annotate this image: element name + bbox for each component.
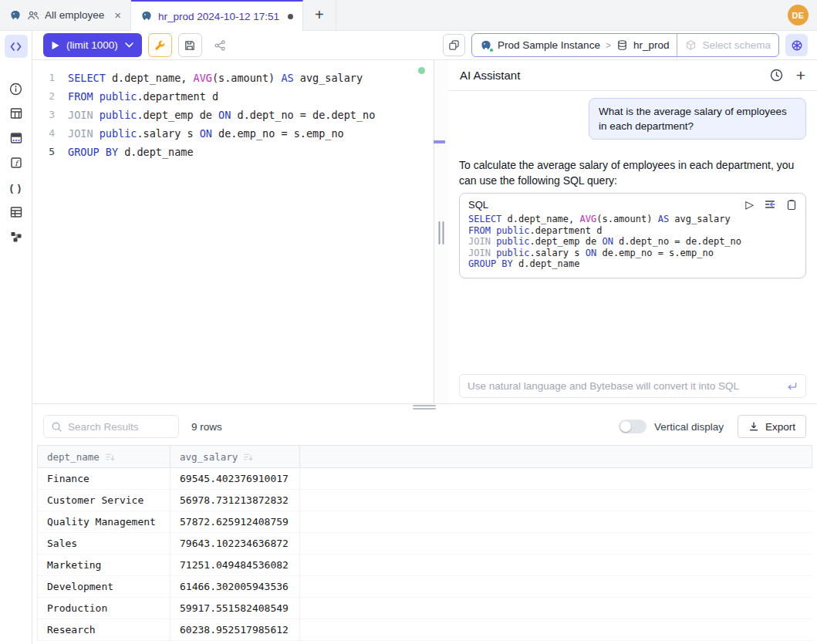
ai-prompt-input[interactable]	[468, 380, 780, 392]
ai-code-line: FROM public.department d	[468, 225, 797, 237]
export-label: Export	[765, 421, 795, 433]
vertical-display-toggle[interactable]	[619, 420, 647, 433]
sidebar-item-info[interactable]	[5, 77, 28, 100]
table-row[interactable]: Sales79643.102234636872	[38, 533, 812, 555]
editor-line[interactable]: 5GROUP BY d.dept_name	[32, 143, 434, 161]
column-label: avg_salary	[180, 451, 238, 463]
horizontal-splitter[interactable]	[32, 403, 817, 410]
toggle-knob	[620, 421, 631, 432]
return-icon[interactable]	[786, 381, 798, 392]
cell-dept-name[interactable]: Customer Service	[38, 490, 170, 511]
editor-line[interactable]: 2FROM public.department d	[32, 87, 434, 106]
cell-dept-name[interactable]: Research	[38, 619, 170, 640]
save-sheet-button[interactable]	[178, 33, 202, 57]
table-row[interactable]: Finance69545.402376910017	[38, 468, 812, 490]
column-header-avg-salary[interactable]: avg_salary	[170, 446, 300, 467]
splitter-handle[interactable]	[413, 405, 436, 410]
cell-avg-salary[interactable]: 60238.952517985612	[170, 619, 300, 640]
run-code-button[interactable]: ▷	[745, 199, 754, 210]
cell-avg-salary[interactable]: 57872.625912408759	[170, 511, 300, 532]
sidebar-item-snippets[interactable]: ( )	[5, 176, 28, 199]
history-button[interactable]	[769, 68, 784, 83]
header-filler	[300, 446, 812, 467]
add-tab-icon: +	[315, 6, 324, 24]
editor-line[interactable]: 1SELECT d.dept_name, AVG(s.amount) AS av…	[32, 69, 434, 87]
line-number: 4	[32, 124, 68, 143]
cell-avg-salary[interactable]: 56978.731213872832	[170, 490, 300, 511]
sidebar-item-sql-editor[interactable]	[5, 35, 28, 58]
body: f ( ) (limit 1000)	[0, 31, 817, 644]
cell-dept-name[interactable]: Marketing	[38, 555, 170, 575]
table-row[interactable]: Customer Service56978.731213872832	[38, 490, 812, 511]
sidebar-item-sample-data[interactable]	[5, 126, 28, 150]
cell-avg-salary[interactable]: 71251.049484536082	[170, 555, 300, 575]
tab-bar: All employee × hr_prod 2024-10-12 17:51 …	[0, 0, 817, 31]
vertical-splitter[interactable]	[434, 60, 448, 403]
search-results-input[interactable]	[68, 421, 171, 433]
close-icon[interactable]: ×	[114, 9, 121, 21]
editor-line[interactable]: 4JOIN public.salary s ON de.emp_no = s.e…	[32, 124, 434, 143]
code-text: SELECT d.dept_name, AVG(s.amount) AS avg…	[68, 69, 363, 87]
info-icon	[8, 82, 23, 96]
sidebar-item-schema-diagram[interactable]	[5, 225, 28, 248]
cell-dept-name[interactable]: Sales	[38, 533, 170, 554]
copy-code-button[interactable]	[786, 199, 797, 211]
cell-dept-name[interactable]: Finance	[38, 468, 170, 489]
new-tab-button[interactable]: +	[303, 0, 336, 30]
table-row[interactable]: Production59917.551582408549	[38, 598, 812, 619]
download-icon	[748, 421, 759, 432]
export-button[interactable]: Export	[738, 415, 806, 438]
format-sql-button[interactable]	[148, 33, 172, 57]
postgres-icon	[9, 9, 22, 22]
ai-code-line: JOIN public.dept_emp de ON d.dept_no = d…	[468, 236, 797, 248]
chevron-down-icon	[125, 42, 133, 48]
instance-database-selector[interactable]: Prod Sample Instance > hr_prod	[472, 34, 677, 56]
vertical-display-label: Vertical display	[654, 421, 724, 433]
cell-avg-salary[interactable]: 69545.402376910017	[170, 468, 300, 489]
cell-avg-salary[interactable]: 59917.551582408549	[170, 598, 300, 619]
column-header-dept-name[interactable]: dept_name	[38, 446, 170, 467]
code-text: JOIN public.dept_emp de ON d.dept_no = d…	[68, 106, 375, 124]
tab-label: hr_prod 2024-10-12 17:51	[158, 11, 279, 22]
schema-selector[interactable]: Select schema	[677, 34, 778, 56]
sidebar-item-tables[interactable]	[5, 102, 28, 125]
table-row[interactable]: Development61466.302005943536	[38, 576, 812, 598]
cell-avg-salary[interactable]: 61466.302005943536	[170, 576, 300, 597]
avatar[interactable]: DE	[788, 5, 809, 25]
connection-breadcrumb: Prod Sample Instance > hr_prod Select sc…	[471, 33, 779, 57]
ai-code-lines[interactable]: SELECT d.dept_name, AVG(s.amount) AS avg…	[460, 211, 805, 278]
new-chat-button[interactable]: +	[796, 67, 805, 83]
sidebar-item-sheets[interactable]	[5, 201, 28, 224]
table-row[interactable]: Marketing71251.049484536082	[38, 555, 812, 576]
editor-status-dot	[418, 67, 425, 74]
line-number: 3	[32, 106, 68, 124]
share-button[interactable]	[208, 33, 232, 57]
ai-panel-title: AI Assistant	[460, 69, 757, 82]
run-query-button[interactable]: (limit 1000)	[43, 33, 142, 57]
line-number: 1	[32, 69, 68, 87]
sheet-icon	[9, 205, 23, 219]
sort-icon	[243, 452, 253, 462]
sql-editor-pane[interactable]: 1SELECT d.dept_name, AVG(s.amount) AS av…	[32, 60, 434, 403]
cell-dept-name[interactable]: Production	[38, 598, 170, 619]
results-table: dept_name avg_salary Finance69545.402376…	[37, 445, 812, 641]
editor-line[interactable]: 3JOIN public.dept_emp de ON d.dept_no = …	[32, 106, 434, 124]
table-row[interactable]: Quality Management57872.625912408759	[38, 511, 812, 533]
insert-into-editor-button[interactable]	[764, 198, 776, 211]
parentheses-icon: ( )	[10, 182, 22, 194]
tab-all-employee[interactable]: All employee ×	[0, 0, 131, 30]
cell-dept-name[interactable]: Development	[38, 576, 170, 597]
batch-query-button[interactable]	[443, 34, 465, 56]
sidebar-item-functions[interactable]: f	[5, 151, 28, 174]
sample-data-icon	[9, 131, 23, 145]
cell-avg-salary[interactable]: 79643.102234636872	[170, 533, 300, 554]
openai-icon	[791, 39, 803, 52]
assistant-message-text: To calculate the average salary of emplo…	[459, 157, 806, 188]
table-header-row: dept_name avg_salary	[37, 445, 812, 468]
table-row[interactable]: Research60238.952517985612	[38, 619, 812, 641]
tab-hr-prod[interactable]: hr_prod 2024-10-12 17:51	[131, 0, 303, 31]
splitter-handle[interactable]	[439, 221, 444, 244]
cell-dept-name[interactable]: Quality Management	[38, 511, 170, 532]
ai-assistant-toggle-button[interactable]	[785, 34, 808, 56]
sidebar: f ( )	[0, 31, 32, 644]
